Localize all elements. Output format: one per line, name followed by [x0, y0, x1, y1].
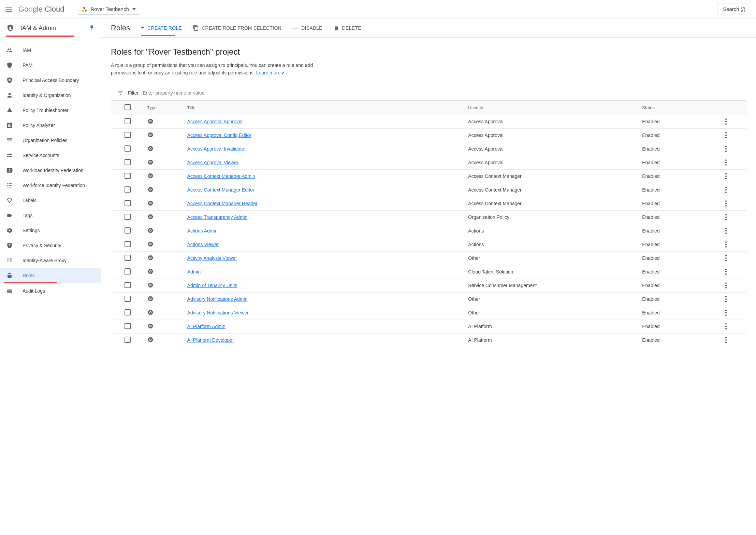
sidebar-item-iam[interactable]: IAM [0, 43, 101, 58]
menu-icon[interactable] [5, 5, 13, 13]
select-all-checkbox[interactable] [125, 104, 131, 110]
role-title-link[interactable]: Access Approval Viewer [187, 160, 238, 165]
filter-input[interactable] [143, 90, 740, 96]
sidebar-item-workforce-identity-federation[interactable]: Workforce Identity Federation [0, 178, 101, 193]
header-used-in[interactable]: Used in [465, 100, 639, 115]
row-checkbox[interactable] [125, 296, 131, 302]
more-actions-icon[interactable] [723, 282, 729, 288]
more-actions-icon[interactable] [723, 228, 729, 234]
role-title-link[interactable]: Access Approval Invalidator [187, 146, 246, 152]
sidebar-item-identity-aware-proxy[interactable]: Identity-Aware Proxy [0, 253, 101, 268]
role-status: Enabled [639, 224, 719, 238]
row-checkbox[interactable] [125, 309, 131, 315]
nav-icon [6, 92, 13, 99]
sidebar-item-principal-access-boundary[interactable]: Principal Access Boundary [0, 73, 101, 88]
role-title-link[interactable]: Actions Viewer [187, 242, 219, 247]
sidebar-item-policy-troubleshooter[interactable]: Policy Troubleshooter [0, 103, 101, 118]
sidebar-nav: IAMPAMPrincipal Access BoundaryIdentity … [0, 40, 101, 298]
more-actions-icon[interactable] [723, 118, 729, 125]
more-actions-icon[interactable] [723, 146, 729, 152]
sidebar-item-audit-logs[interactable]: Audit Logs [0, 283, 101, 298]
more-actions-icon[interactable] [723, 214, 729, 220]
row-checkbox[interactable] [125, 132, 131, 138]
table-row: AdminCloud Talent SolutionEnabled [111, 265, 746, 279]
row-checkbox[interactable] [125, 268, 131, 274]
role-title-link[interactable]: Access Approval Approver [187, 119, 243, 124]
role-title-link[interactable]: Admin [187, 269, 201, 274]
row-checkbox[interactable] [125, 255, 131, 261]
delete-button[interactable]: DELETE [333, 25, 361, 31]
google-cloud-logo[interactable]: Google Cloud [18, 5, 64, 14]
role-title-link[interactable]: Access Context Manager Admin [187, 173, 255, 179]
shield-icon [6, 24, 14, 32]
nav-icon [6, 152, 13, 159]
role-title-link[interactable]: Access Context Manager Editor [187, 187, 255, 193]
row-checkbox[interactable] [125, 200, 131, 206]
more-actions-icon[interactable] [723, 310, 729, 316]
sidebar-item-service-accounts[interactable]: Service Accounts [0, 148, 101, 163]
row-checkbox[interactable] [125, 282, 131, 288]
more-actions-icon[interactable] [723, 296, 729, 302]
sidebar-item-settings[interactable]: Settings [0, 223, 101, 238]
create-from-selection-button[interactable]: CREATE ROLE FROM SELECTION [193, 25, 281, 31]
svg-point-8 [150, 175, 151, 176]
row-checkbox[interactable] [125, 227, 131, 234]
page-title: Roles for "Rover Testbench" project [111, 47, 746, 57]
more-actions-icon[interactable] [723, 173, 729, 179]
more-actions-icon[interactable] [723, 241, 729, 248]
more-actions-icon[interactable] [723, 337, 729, 343]
row-checkbox[interactable] [125, 186, 131, 193]
create-role-button[interactable]: + CREATE ROLE [141, 24, 182, 31]
more-actions-icon[interactable] [723, 200, 729, 207]
role-title-link[interactable]: Advisory Notifications Admin [187, 296, 248, 302]
header-title[interactable]: Title [185, 100, 466, 115]
learn-more-link[interactable]: Learn more [256, 70, 281, 75]
more-actions-icon[interactable] [723, 187, 729, 193]
role-title-link[interactable]: Advisory Notifications Viewer [187, 310, 249, 315]
role-type-icon [147, 213, 154, 220]
sidebar-item-organization-policies[interactable]: Organization Policies [0, 133, 101, 148]
sidebar-item-policy-analyzer[interactable]: Policy Analyzer [0, 118, 101, 133]
sidebar-item-privacy-security[interactable]: Privacy & Security [0, 238, 101, 253]
row-checkbox[interactable] [125, 337, 131, 343]
pin-icon[interactable] [89, 25, 95, 31]
row-checkbox[interactable] [125, 159, 131, 165]
more-actions-icon[interactable] [723, 159, 729, 166]
sidebar-item-pam[interactable]: PAM [0, 58, 101, 73]
plus-icon: + [141, 24, 145, 31]
row-checkbox[interactable] [125, 323, 131, 329]
role-title-link[interactable]: AI Platform Admin [187, 324, 226, 329]
more-actions-icon[interactable] [723, 132, 729, 138]
row-checkbox[interactable] [125, 214, 131, 220]
role-title-link[interactable]: AI Platform Developer [187, 337, 234, 343]
row-checkbox[interactable] [125, 118, 131, 124]
search-button[interactable]: Search (/) [717, 3, 751, 15]
row-checkbox[interactable] [125, 145, 131, 152]
sidebar-item-tags[interactable]: Tags [0, 208, 101, 223]
header-type[interactable]: Type [144, 100, 185, 115]
sidebar-item-workload-identity-federation[interactable]: Workload Identity Federation [0, 163, 101, 178]
more-actions-icon[interactable] [723, 323, 729, 329]
role-type-icon [147, 145, 154, 152]
more-actions-icon[interactable] [723, 269, 729, 275]
nav-icon [6, 62, 13, 69]
disable-button[interactable]: — DISABLE [292, 24, 322, 31]
project-picker[interactable]: Rover Testbench [77, 4, 140, 15]
role-title-link[interactable]: Admin of Tenancy Units [187, 283, 237, 288]
role-title-link[interactable]: Activity Analysis Viewer [187, 255, 237, 261]
role-title-link[interactable]: Access Approval Config Editor [187, 132, 251, 138]
roles-table: Type Title Used in Status Access Approva… [111, 100, 746, 347]
role-status: Enabled [639, 265, 719, 279]
sidebar-item-labels[interactable]: Labels [0, 193, 101, 208]
row-checkbox[interactable] [125, 241, 131, 247]
role-title-link[interactable]: Actions Admin [187, 228, 218, 234]
header-status[interactable]: Status [639, 100, 719, 115]
role-title-link[interactable]: Access Context Manager Reader [187, 201, 258, 206]
sidebar-item-label: PAM [23, 62, 32, 68]
filter-icon[interactable] [117, 89, 124, 96]
role-title-link[interactable]: Access Transparency Admin [187, 214, 248, 220]
sidebar-item-roles[interactable]: Roles [0, 268, 101, 283]
sidebar-item-identity-organization[interactable]: Identity & Organization [0, 88, 101, 103]
row-checkbox[interactable] [125, 173, 131, 179]
more-actions-icon[interactable] [723, 255, 729, 261]
